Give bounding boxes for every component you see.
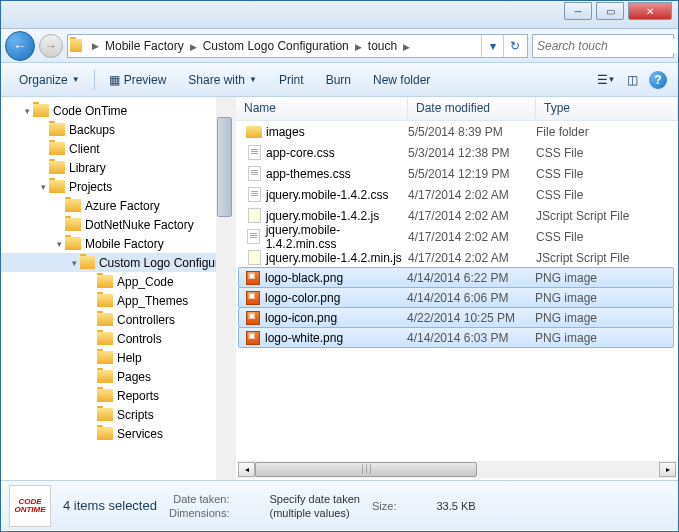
chevron-right-icon[interactable]: ▶ [90,41,101,51]
tree-item[interactable]: Client [1,139,233,158]
folder-icon [33,104,49,117]
tree-item-label: Custom Logo Configurat [99,256,229,270]
folder-tree[interactable]: ▾Code OnTimeBackupsClientLibrary▾Project… [1,97,233,480]
tree-item[interactable]: App_Code [1,272,233,291]
print-button[interactable]: Print [269,69,314,91]
tree-item-label: Controls [117,332,162,346]
tree-item-label: Backups [69,123,115,137]
chevron-right-icon[interactable]: ▶ [401,42,412,52]
burn-button[interactable]: Burn [316,69,361,91]
tree-toggle-icon[interactable]: ▾ [21,106,33,116]
search-box[interactable]: 🔍 [532,34,674,58]
preview-button[interactable]: ▦ Preview [99,69,177,91]
datetaken-value[interactable]: Specify date taken [269,493,360,505]
tree-item-label: Projects [69,180,112,194]
file-date: 4/22/2014 10:25 PM [407,311,535,325]
file-row[interactable]: logo-icon.png4/22/2014 10:25 PMPNG image [238,307,674,328]
dropdown-arrow-icon[interactable]: ▾ [481,35,503,57]
file-date: 4/17/2014 2:02 AM [408,251,536,265]
file-type: File folder [536,125,678,139]
scroll-right-button[interactable]: ▸ [659,462,676,477]
column-type[interactable]: Type [536,97,678,120]
png-file-icon [245,310,261,326]
close-button[interactable]: ✕ [628,2,672,20]
vertical-scrollbar[interactable] [216,97,233,480]
file-date: 4/17/2014 2:02 AM [408,209,536,223]
folder-icon [97,389,113,402]
folder-icon [49,123,65,136]
tree-item[interactable]: Library [1,158,233,177]
address-bar[interactable]: ▶ Mobile Factory▶Custom Logo Configurati… [67,34,528,58]
tree-toggle-icon[interactable]: ▾ [37,182,49,192]
file-row[interactable]: logo-color.png4/14/2014 6:06 PMPNG image [238,287,674,308]
tree-item[interactable]: Backups [1,120,233,139]
chevron-right-icon[interactable]: ▶ [353,42,364,52]
tree-item[interactable]: Controllers [1,310,233,329]
file-row[interactable]: jquery.mobile-1.4.2.min.js4/17/2014 2:02… [236,247,678,268]
tree-item[interactable]: Scripts [1,405,233,424]
file-type: PNG image [535,331,673,345]
refresh-button[interactable]: ↻ [503,35,525,57]
file-row[interactable]: app-themes.css5/5/2014 12:19 PMCSS File [236,163,678,184]
dimensions-label: Dimensions: [169,507,230,519]
column-name[interactable]: Name [236,97,408,120]
back-button[interactable]: ← [5,31,35,61]
folder-icon [49,142,65,155]
preview-pane-button[interactable]: ◫ [620,68,644,92]
tree-item[interactable]: ▾Custom Logo Configurat [1,253,233,272]
new-folder-button[interactable]: New folder [363,69,440,91]
file-row[interactable]: images5/5/2014 8:39 PMFile folder [236,121,678,142]
tree-item[interactable]: Reports [1,386,233,405]
tree-item[interactable]: DotNetNuke Factory [1,215,233,234]
view-options-button[interactable]: ☰ ▼ [594,68,618,92]
size-value: 33.5 KB [436,500,475,512]
folder-icon [97,294,113,307]
file-row[interactable]: logo-black.png4/14/2014 6:22 PMPNG image [238,267,674,288]
file-row[interactable]: app-core.css5/3/2014 12:38 PMCSS File [236,142,678,163]
folder-icon [97,427,113,440]
horizontal-scrollbar[interactable]: ◂ ▸ [238,461,676,478]
breadcrumb-item[interactable]: touch [364,37,401,55]
forward-button[interactable]: → [39,34,63,58]
scrollbar-thumb[interactable] [217,117,232,217]
breadcrumb-item[interactable]: Custom Logo Configuration [199,37,353,55]
tree-item-label: App_Themes [117,294,188,308]
tree-item[interactable]: Azure Factory [1,196,233,215]
search-input[interactable] [537,39,679,53]
tree-item-label: App_Code [117,275,174,289]
tree-item[interactable]: ▾Code OnTime [1,101,233,120]
help-button[interactable]: ? [646,68,670,92]
organize-button[interactable]: Organize ▼ [9,69,90,91]
folder-icon [65,237,81,250]
tree-toggle-icon[interactable]: ▾ [53,239,65,249]
file-row[interactable]: logo-white.png4/14/2014 6:03 PMPNG image [238,327,674,348]
tree-item-label: Controllers [117,313,175,327]
file-type: PNG image [535,311,673,325]
tree-item-label: Code OnTime [53,104,127,118]
help-icon: ? [649,71,667,89]
minimize-button[interactable]: ─ [564,2,592,20]
column-date[interactable]: Date modified [408,97,536,120]
file-list[interactable]: images5/5/2014 8:39 PMFile folderapp-cor… [236,121,678,461]
tree-item[interactable]: ▾Mobile Factory [1,234,233,253]
preview-icon: ▦ [109,73,120,87]
scrollbar-thumb[interactable] [255,462,477,477]
chevron-right-icon[interactable]: ▶ [188,42,199,52]
tree-item-label: DotNetNuke Factory [85,218,194,232]
breadcrumb-item[interactable]: Mobile Factory [101,37,188,55]
tree-toggle-icon[interactable]: ▾ [69,258,80,268]
tree-item[interactable]: Services [1,424,233,443]
file-type: PNG image [535,271,673,285]
share-button[interactable]: Share with ▼ [178,69,267,91]
maximize-button[interactable]: ▭ [596,2,624,20]
scroll-left-button[interactable]: ◂ [238,462,255,477]
tree-item-label: Scripts [117,408,154,422]
tree-item[interactable]: Controls [1,329,233,348]
tree-item[interactable]: Pages [1,367,233,386]
file-row[interactable]: jquery.mobile-1.4.2.min.css4/17/2014 2:0… [236,226,678,247]
file-type: CSS File [536,146,678,160]
tree-item[interactable]: Help [1,348,233,367]
tree-item[interactable]: ▾Projects [1,177,233,196]
file-row[interactable]: jquery.mobile-1.4.2.css4/17/2014 2:02 AM… [236,184,678,205]
tree-item[interactable]: App_Themes [1,291,233,310]
